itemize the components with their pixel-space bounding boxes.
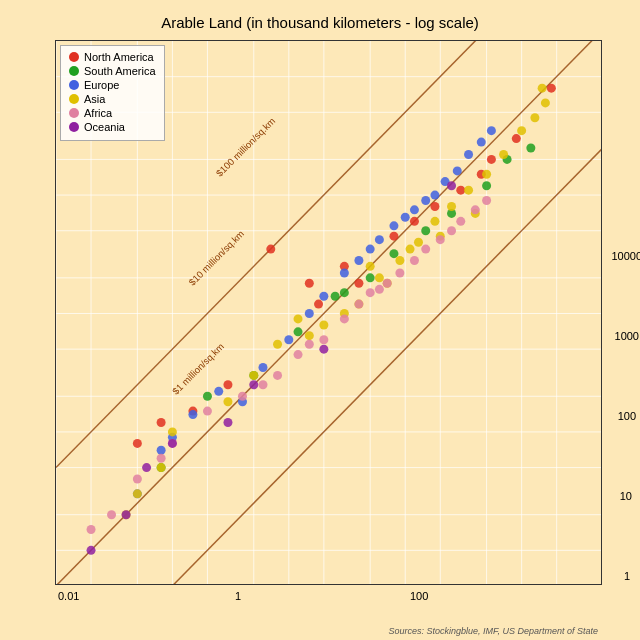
- data-dot: [284, 335, 293, 344]
- data-dot: [294, 327, 303, 336]
- data-dot: [319, 292, 328, 301]
- data-dot: [410, 256, 419, 265]
- data-dot: [223, 397, 232, 406]
- data-dot: [294, 350, 303, 359]
- data-dot: [447, 181, 456, 190]
- y-tick-100: 100: [618, 410, 636, 422]
- data-dot: [389, 249, 398, 258]
- data-dot: [366, 262, 375, 271]
- data-dot: [133, 439, 142, 448]
- data-dot: [464, 186, 473, 195]
- data-dot: [430, 217, 439, 226]
- data-dot: [395, 268, 404, 277]
- legend-item-northamerica: North America: [69, 51, 156, 63]
- data-dot: [273, 371, 282, 380]
- data-dot: [421, 196, 430, 205]
- legend-item-asia: Asia: [69, 93, 156, 105]
- data-dot: [366, 273, 375, 282]
- data-dot: [456, 217, 465, 226]
- legend-item-oceania: Oceania: [69, 121, 156, 133]
- data-dot: [305, 279, 314, 288]
- data-dot: [395, 256, 404, 265]
- data-dot: [421, 245, 430, 254]
- data-dot: [157, 446, 166, 455]
- data-dot: [375, 235, 384, 244]
- data-dot: [314, 300, 323, 309]
- data-dot: [133, 489, 142, 498]
- data-dot: [456, 186, 465, 195]
- data-dot: [414, 238, 423, 247]
- data-dot: [410, 217, 419, 226]
- data-dot: [389, 232, 398, 241]
- legend-item-southamerica: South America: [69, 65, 156, 77]
- data-dot: [142, 463, 151, 472]
- data-dot: [203, 392, 212, 401]
- data-dot: [157, 418, 166, 427]
- data-dot: [453, 166, 462, 175]
- data-dot: [305, 340, 314, 349]
- data-dot: [471, 205, 480, 214]
- data-dot: [122, 510, 131, 519]
- data-dot: [331, 292, 340, 301]
- data-dot: [157, 454, 166, 463]
- data-dot: [319, 345, 328, 354]
- data-dot: [214, 387, 223, 396]
- data-dot: [258, 363, 267, 372]
- data-dot: [410, 205, 419, 214]
- svg-line-31: [56, 148, 602, 585]
- data-dot: [340, 268, 349, 277]
- data-dot: [526, 143, 535, 152]
- data-dot: [406, 245, 415, 254]
- data-dot: [482, 170, 491, 179]
- x-tick-1: 1: [235, 590, 241, 602]
- data-dot: [87, 525, 96, 534]
- data-dot: [447, 226, 456, 235]
- data-dot: [319, 335, 328, 344]
- data-dot: [87, 546, 96, 555]
- data-dot: [530, 113, 539, 122]
- x-tick-001: 0.01: [58, 590, 79, 602]
- data-dot: [499, 150, 508, 159]
- data-dot: [421, 226, 430, 235]
- data-dot: [168, 439, 177, 448]
- data-dot: [538, 84, 547, 93]
- data-dot: [517, 126, 526, 135]
- data-dot: [436, 235, 445, 244]
- data-dot: [319, 320, 328, 329]
- diag-label: $100 million/sq.km: [214, 115, 277, 178]
- data-dot: [133, 475, 142, 484]
- data-dot: [340, 288, 349, 297]
- legend-item-africa: Africa: [69, 107, 156, 119]
- chart-container: Arable Land (in thousand kilometers - lo…: [0, 0, 640, 640]
- data-dot: [354, 279, 363, 288]
- data-dot: [305, 331, 314, 340]
- data-dot: [401, 213, 410, 222]
- data-dot: [168, 427, 177, 436]
- data-dot: [223, 418, 232, 427]
- data-dot: [430, 202, 439, 211]
- data-dot: [188, 410, 197, 419]
- data-dot: [383, 279, 392, 288]
- y-tick-10000: 10000: [611, 250, 640, 262]
- data-dot: [223, 380, 232, 389]
- data-dot: [477, 138, 486, 147]
- diag-label: $10 million/sq.km: [186, 228, 246, 288]
- data-dot: [430, 191, 439, 200]
- data-dot: [482, 181, 491, 190]
- data-dot: [294, 314, 303, 323]
- data-dot: [340, 314, 349, 323]
- data-dot: [354, 256, 363, 265]
- data-dot: [273, 340, 282, 349]
- data-dot: [547, 84, 556, 93]
- data-dot: [249, 371, 258, 380]
- data-dot: [366, 288, 375, 297]
- legend: North AmericaSouth AmericaEuropeAsiaAfri…: [60, 45, 165, 141]
- data-dot: [157, 463, 166, 472]
- y-tick-1: 1: [624, 570, 630, 582]
- y-tick-10: 10: [620, 490, 632, 502]
- data-dot: [238, 392, 247, 401]
- x-tick-100: 100: [410, 590, 428, 602]
- data-dot: [266, 245, 275, 254]
- data-dot: [512, 134, 521, 143]
- data-dot: [354, 300, 363, 309]
